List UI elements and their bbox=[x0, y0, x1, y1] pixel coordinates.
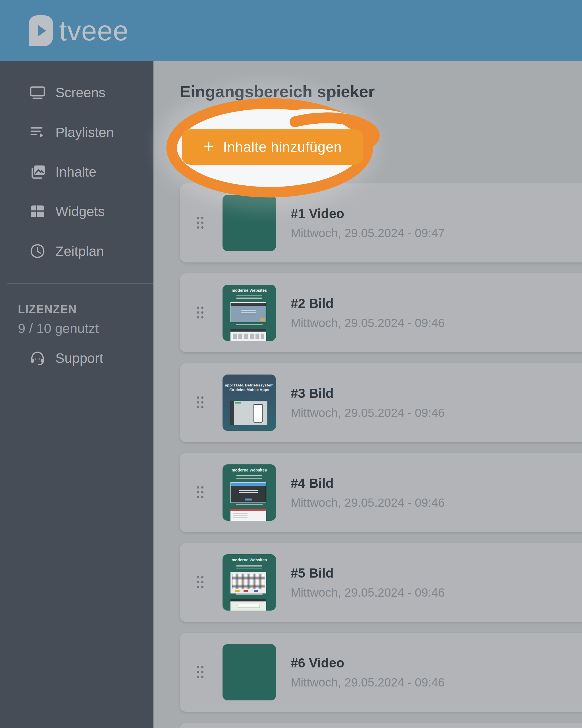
sidebar-item-widgets[interactable]: Widgets bbox=[0, 196, 154, 227]
sidebar-item-support[interactable]: Support bbox=[0, 342, 154, 374]
item-meta: #4 Bild Mittwoch, 29.05.2024 - 09:46 bbox=[291, 475, 445, 510]
licenses-heading: LIZENZEN bbox=[18, 303, 77, 316]
sidebar-item-label: Inhalte bbox=[55, 164, 96, 180]
item-thumbnail: moderne Websites bbox=[223, 285, 276, 341]
item-thumbnail bbox=[223, 644, 276, 700]
item-meta: #2 Bild Mittwoch, 29.05.2024 - 09:46 bbox=[291, 296, 445, 330]
sidebar-nav: Screens Playlisten Inhalte bbox=[0, 61, 154, 728]
content-item-card[interactable]: moderne Websites #2 Bild Mittwoch, 29.05… bbox=[180, 273, 582, 352]
clock-icon bbox=[29, 242, 46, 260]
sidebar-item-label: Support bbox=[55, 350, 103, 366]
item-date: Mittwoch, 29.05.2024 - 09:47 bbox=[291, 226, 445, 240]
content-item-card[interactable]: moderne Websites #4 Bild Mittwoch, 29.05… bbox=[180, 453, 582, 532]
item-meta: #3 Bild Mittwoch, 29.05.2024 - 09:46 bbox=[291, 386, 445, 420]
item-title: #4 Bild bbox=[291, 475, 445, 491]
screens-icon bbox=[29, 84, 46, 101]
item-date: Mittwoch, 29.05.2024 - 09:46 bbox=[291, 676, 445, 689]
item-title: #2 Bild bbox=[291, 296, 445, 311]
widgets-icon bbox=[29, 203, 46, 220]
sidebar-item-zeitplan[interactable]: Zeitplan bbox=[0, 235, 154, 267]
licenses-usage: 9 / 10 genutzt bbox=[18, 320, 99, 336]
item-thumbnail bbox=[223, 195, 276, 251]
item-thumbnail: moderne Websites bbox=[223, 554, 276, 610]
headset-icon bbox=[29, 349, 46, 367]
content-item-card[interactable]: appTITAN. Betriebssystem für deine Mobil… bbox=[180, 363, 582, 442]
item-title: #6 Video bbox=[291, 655, 445, 671]
playlist-icon bbox=[29, 124, 46, 141]
sidebar-item-label: Zeitplan bbox=[55, 243, 104, 259]
app-header: tveee bbox=[0, 0, 582, 61]
thumbnail-caption: moderne Websites bbox=[224, 558, 274, 562]
item-title: #1 Video bbox=[291, 206, 445, 221]
sidebar-item-inhalte[interactable]: Inhalte bbox=[0, 156, 154, 187]
drag-handle[interactable] bbox=[197, 217, 204, 229]
thumbnail-caption: moderne Websites bbox=[224, 288, 274, 293]
plus-icon: + bbox=[203, 137, 214, 155]
content-item-card[interactable]: #6 Video Mittwoch, 29.05.2024 - 09:46 bbox=[180, 633, 582, 712]
item-title: #3 Bild bbox=[291, 386, 445, 401]
item-date: Mittwoch, 29.05.2024 - 09:46 bbox=[291, 316, 445, 330]
add-content-button[interactable]: + Inhalte hinzufügen bbox=[182, 129, 363, 165]
app-root: { "header": { "logo_text": "tveee" }, "s… bbox=[0, 0, 582, 728]
sidebar-item-label: Screens bbox=[55, 85, 105, 100]
sidebar-item-screens[interactable]: Screens bbox=[0, 77, 154, 108]
item-title: #5 Bild bbox=[291, 565, 445, 581]
drag-handle[interactable] bbox=[197, 307, 204, 319]
item-date: Mittwoch, 29.05.2024 - 09:46 bbox=[291, 406, 445, 420]
add-content-button-label: Inhalte hinzufügen bbox=[223, 139, 342, 155]
item-date: Mittwoch, 29.05.2024 - 09:46 bbox=[291, 496, 445, 510]
item-meta: #5 Bild Mittwoch, 29.05.2024 - 09:46 bbox=[291, 565, 445, 599]
sidebar-divider bbox=[7, 283, 154, 284]
content-item-card[interactable]: moderne Websites #5 Bild Mittwoch, 29.05… bbox=[180, 543, 582, 622]
item-date: Mittwoch, 29.05.2024 - 09:46 bbox=[291, 586, 445, 599]
annotation-gap bbox=[293, 113, 355, 121]
item-meta: #1 Video Mittwoch, 29.05.2024 - 09:47 bbox=[291, 206, 445, 240]
item-thumbnail: moderne Websites bbox=[223, 464, 276, 521]
media-icon bbox=[29, 163, 46, 180]
sidebar-item-label: Widgets bbox=[55, 204, 105, 219]
tveee-logo-icon bbox=[28, 15, 53, 47]
app-logo-text: tveee bbox=[59, 17, 129, 45]
page-title: Eingangsbereich spieker bbox=[179, 82, 375, 101]
thumbnail-caption: moderne Websites bbox=[224, 468, 274, 472]
item-meta: #6 Video Mittwoch, 29.05.2024 - 09:46 bbox=[291, 655, 445, 689]
content-item-card[interactable]: #1 Video Mittwoch, 29.05.2024 - 09:47 bbox=[180, 183, 582, 262]
content-item-card[interactable] bbox=[180, 723, 582, 728]
drag-handle[interactable] bbox=[197, 666, 204, 678]
drag-handle[interactable] bbox=[197, 486, 204, 499]
sidebar-item-playlisten[interactable]: Playlisten bbox=[0, 116, 154, 148]
sidebar-item-label: Playlisten bbox=[55, 125, 114, 140]
drag-handle[interactable] bbox=[197, 576, 204, 589]
drag-handle[interactable] bbox=[197, 396, 204, 409]
item-thumbnail: appTITAN. Betriebssystem für deine Mobil… bbox=[223, 374, 276, 431]
app-logo[interactable]: tveee bbox=[28, 15, 129, 47]
thumbnail-caption: appTITAN. Betriebssystem für deine Mobil… bbox=[224, 383, 274, 392]
